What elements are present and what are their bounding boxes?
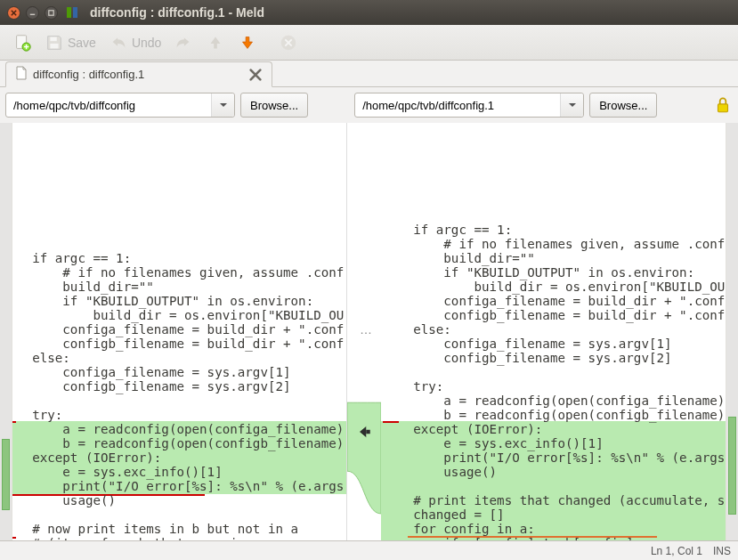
stop-button[interactable] — [273, 29, 304, 56]
merge-left-arrow[interactable] — [356, 424, 372, 440]
left-code: if argc == 1: # if no filenames given, a… — [0, 223, 346, 540]
right-path-combo[interactable] — [354, 93, 584, 118]
svg-rect-1 — [67, 7, 71, 18]
redo-button[interactable] — [168, 29, 199, 56]
svg-rect-0 — [49, 10, 53, 14]
undo-label: Undo — [132, 36, 161, 50]
right-code-pane[interactable]: if argc == 1: # if no filenames given, a… — [381, 123, 738, 540]
save-label: Save — [68, 36, 96, 50]
tab-bar: diffconfig : diffconfig.1 — [0, 61, 738, 87]
left-minimap[interactable] — [0, 123, 12, 540]
svg-rect-8 — [718, 104, 728, 112]
right-path-dropdown[interactable] — [560, 93, 583, 117]
left-path-dropdown[interactable] — [211, 93, 234, 117]
new-comparison-button[interactable] — [7, 29, 37, 56]
right-code: if argc == 1: # if no filenames given, a… — [381, 194, 738, 540]
svg-rect-6 — [50, 43, 58, 47]
left-path-group: Browse... — [5, 93, 308, 118]
svg-rect-5 — [50, 37, 56, 41]
right-path-input[interactable] — [355, 99, 560, 112]
diff-area: if argc == 1: # if no filenames given, a… — [0, 123, 738, 540]
right-path-group: Browse... — [354, 93, 657, 118]
left-path-combo[interactable] — [5, 93, 235, 118]
main-toolbar: Save Undo — [0, 25, 738, 61]
svg-rect-2 — [73, 7, 77, 18]
window-minimize-button[interactable] — [26, 6, 39, 20]
status-bar: Ln 1, Col 1 INS — [0, 540, 738, 560]
right-minimap[interactable] — [726, 123, 738, 540]
cursor-position: Ln 1, Col 1 — [651, 545, 702, 557]
collapse-marker: … — [360, 322, 372, 337]
undo-button[interactable]: Undo — [103, 29, 166, 56]
app-icon — [65, 5, 79, 20]
left-path-input[interactable] — [6, 99, 211, 112]
next-change-button[interactable] — [232, 29, 263, 56]
file-path-row: Browse... Browse... — [0, 87, 738, 123]
right-browse-button[interactable]: Browse... — [589, 93, 657, 118]
compare-tab[interactable]: diffconfig : diffconfig.1 — [5, 61, 272, 87]
window-titlebar: diffconfig : diffconfig.1 - Meld — [0, 0, 738, 25]
window-controls — [7, 6, 58, 20]
center-gutter: … — [347, 123, 381, 540]
window-close-button[interactable] — [7, 6, 20, 20]
prev-change-button[interactable] — [200, 29, 231, 56]
tab-close-button[interactable] — [248, 68, 263, 82]
window-maximize-button[interactable] — [45, 6, 58, 20]
file-icon — [15, 66, 28, 83]
lock-icon[interactable] — [713, 95, 733, 115]
insert-mode: INS — [713, 545, 731, 557]
tab-label: diffconfig : diffconfig.1 — [33, 68, 144, 81]
left-code-pane[interactable]: if argc == 1: # if no filenames given, a… — [0, 123, 347, 540]
save-button[interactable]: Save — [39, 29, 101, 56]
window-title: diffconfig : diffconfig.1 - Meld — [90, 5, 264, 20]
left-browse-button[interactable]: Browse... — [240, 93, 308, 118]
